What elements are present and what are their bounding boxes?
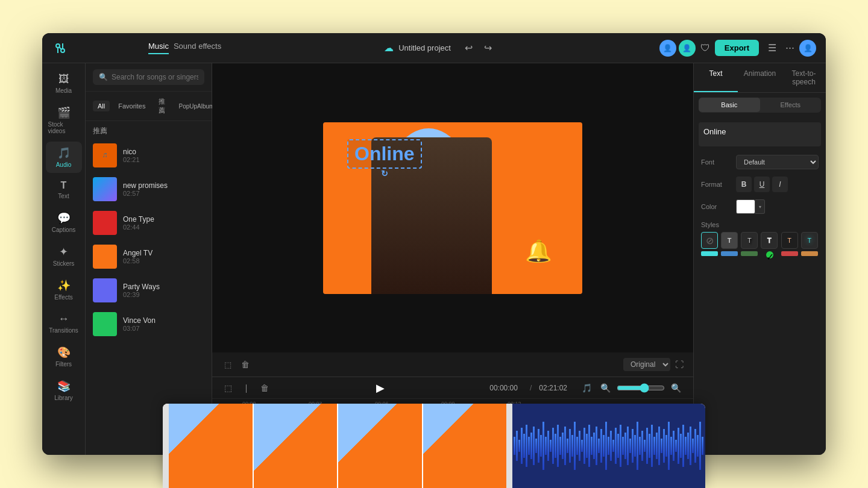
rotate-handle-icon[interactable]: ↻ <box>381 169 388 178</box>
style-outline[interactable]: T <box>761 232 778 249</box>
filter-recommended[interactable]: 推薦 <box>154 95 170 117</box>
svg-rect-90 <box>673 431 675 461</box>
zoom-slider[interactable] <box>617 383 665 393</box>
sidebar-item-audio[interactable]: 🎵 Audio <box>46 142 82 173</box>
tab-text[interactable]: Text <box>694 63 738 92</box>
effects-icon: ✨ <box>57 279 71 292</box>
strip-handle-left[interactable] <box>163 404 169 488</box>
export-button[interactable]: Export <box>715 40 759 56</box>
search-icon: 🔍 <box>99 73 108 81</box>
bold-button[interactable]: B <box>736 177 752 192</box>
caption-tool-button[interactable]: ⬚ <box>222 381 234 395</box>
track-name: Vince Von <box>123 316 204 325</box>
user-avatar[interactable]: 👤 <box>799 40 816 57</box>
list-item[interactable]: new promises 02:57 <box>86 172 212 206</box>
style-bold-block[interactable]: T <box>721 232 738 249</box>
sidebar-item-stock[interactable]: 🎬 Stock videos <box>46 101 82 139</box>
font-select[interactable]: Default Arial Helvetica <box>736 155 819 169</box>
zoom-audio-button[interactable]: 🎵 <box>579 381 594 395</box>
list-item[interactable]: Vince Von 03:07 <box>86 307 212 341</box>
list-item[interactable]: 🎵 nico 02:21 <box>86 139 212 172</box>
svg-rect-82 <box>653 437 655 455</box>
sidebar-item-filters[interactable]: 🎨 Filters <box>46 341 82 372</box>
main-content: 🖼 Media 🎬 Stock videos 🎵 Audio T Text 💬 … <box>42 63 826 455</box>
delete-clip-button[interactable]: 🗑 <box>258 381 271 395</box>
aspect-ratio-select[interactable]: Original 16:9 9:16 1:1 <box>623 358 670 371</box>
list-item[interactable]: One Type 02:44 <box>86 206 212 240</box>
filters-icon: 🎨 <box>57 346 71 359</box>
hamburger-button[interactable]: ☰ <box>764 40 781 57</box>
track-name: Angel TV <box>123 249 204 257</box>
svg-rect-56 <box>591 437 593 455</box>
text-overlay-box[interactable]: Online ↻ <box>347 139 422 169</box>
svg-rect-69 <box>622 437 624 455</box>
waveform-section <box>512 404 705 488</box>
sidebar-item-captions[interactable]: 💬 Captions <box>46 207 82 238</box>
list-item[interactable]: Party Ways 02:39 <box>86 274 212 307</box>
sidebar-item-media[interactable]: 🖼 Media <box>46 68 82 99</box>
underline-button[interactable]: U <box>754 177 770 192</box>
more-button[interactable]: ··· <box>785 42 794 54</box>
svg-rect-44 <box>562 433 564 459</box>
zoom-out-button[interactable]: 🔍 <box>598 381 613 395</box>
play-button[interactable]: ▶ <box>376 381 385 395</box>
shield-button[interactable]: 🛡 <box>700 43 710 54</box>
track-name: nico <box>123 148 204 156</box>
tab-animation[interactable]: Animation <box>738 63 782 92</box>
filter-favorites[interactable]: Favorites <box>113 101 150 111</box>
style-none[interactable]: ⊘ <box>701 232 718 249</box>
svg-rect-50 <box>576 437 578 455</box>
color-swatch[interactable] <box>736 199 755 214</box>
subtab-basic[interactable]: Basic <box>699 98 760 112</box>
sidebar-item-text[interactable]: T Text <box>46 175 82 204</box>
color-dropdown-button[interactable]: ▾ <box>755 199 765 214</box>
list-item[interactable]: Angel TV 02:58 <box>86 240 212 274</box>
tab-sound-effects[interactable]: Sound effects <box>174 42 221 54</box>
color-style-orange[interactable] <box>801 251 818 256</box>
tab-music[interactable]: Music <box>148 42 169 54</box>
zoom-in-button[interactable]: 🔍 <box>668 381 684 395</box>
delete-button[interactable]: 🗑 <box>239 357 252 372</box>
sidebar-item-library[interactable]: 📚 Library <box>46 375 82 406</box>
avatar-primary[interactable]: 👤 <box>659 40 676 57</box>
svg-line-2 <box>60 47 61 49</box>
style-gradient[interactable]: T <box>781 232 798 249</box>
svg-rect-87 <box>665 435 667 457</box>
strip-handle-right[interactable] <box>506 404 512 488</box>
tab-tts[interactable]: Text-to-speech <box>782 63 826 92</box>
view-options-button[interactable]: ⬚ <box>222 358 234 372</box>
svg-rect-38 <box>547 431 549 461</box>
style-neon[interactable]: T <box>801 232 818 249</box>
redo-button[interactable]: ↪ <box>480 40 497 57</box>
styles-grid: ⊘ T T T T T <box>701 232 819 249</box>
svg-rect-92 <box>678 428 679 464</box>
subtab-effects[interactable]: Effects <box>760 98 822 112</box>
color-styles-grid: ✓ <box>701 251 819 258</box>
color-style-red[interactable] <box>781 251 798 256</box>
svg-rect-49 <box>574 422 576 470</box>
music-search: 🔍 <box>86 63 212 92</box>
color-style-blue[interactable] <box>721 251 738 256</box>
sidebar-item-stickers[interactable]: ✦ Stickers <box>46 240 82 272</box>
color-style-green[interactable] <box>741 251 758 256</box>
color-style-teal[interactable] <box>701 251 718 256</box>
fullscreen-button[interactable]: ⛶ <box>675 360 684 369</box>
search-input[interactable] <box>112 73 198 81</box>
avatar-secondary[interactable]: 👤 <box>679 40 696 57</box>
font-row: Font Default Arial Helvetica <box>694 151 826 173</box>
svg-rect-37 <box>545 437 547 455</box>
track-duration: 02:44 <box>123 224 204 231</box>
track-info: new promises 02:57 <box>123 181 204 197</box>
style-shadow[interactable]: T <box>741 232 758 249</box>
split-button[interactable]: ∣ <box>242 381 251 395</box>
sidebar-item-effects[interactable]: ✨ Effects <box>46 274 82 305</box>
undo-button[interactable]: ↩ <box>461 40 477 57</box>
svg-rect-52 <box>581 440 583 452</box>
bell-emoji: 🔔 <box>525 239 552 264</box>
italic-button[interactable]: I <box>772 177 788 192</box>
filter-all[interactable]: All <box>93 101 110 111</box>
svg-rect-68 <box>620 425 621 467</box>
text-preview-box[interactable]: Online <box>699 122 821 146</box>
track-info: One Type 02:44 <box>123 215 204 231</box>
sidebar-item-transitions[interactable]: ↔ Transitions <box>46 308 82 339</box>
